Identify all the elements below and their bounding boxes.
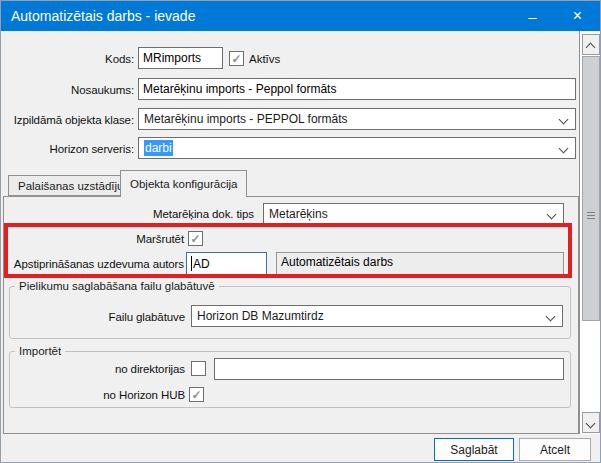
close-icon: × [573, 7, 582, 25]
scroll-down-button[interactable] [582, 412, 600, 433]
title-bar[interactable]: Automatizētais darbs - ievade – × [1, 1, 600, 31]
importet-group-title: Importēt [15, 345, 65, 357]
text-caret [191, 256, 192, 271]
no-horizon-hub-label: no Horizon HUB [21, 389, 185, 401]
nosaukums-label: Nosaukums: [1, 84, 134, 96]
horizon-serveris-label: Horizon serveris: [1, 143, 134, 155]
close-button[interactable]: × [555, 1, 600, 31]
autors-label: Apstiprināšanas uzdevuma autors [11, 258, 184, 270]
horizon-serveris-value: darbi [144, 140, 173, 156]
chevron-down-icon [586, 419, 596, 429]
chevron-up-icon [586, 43, 596, 53]
failu-glabatuve-label: Failu glabātuve [21, 311, 185, 323]
autors-name-value: Automatizētais darbs [281, 255, 393, 269]
tab-label: Palaišanas uzstādījumi [18, 180, 136, 192]
minimize-button[interactable]: – [510, 1, 555, 31]
tab-label: Objekta konfigurācija [130, 178, 237, 190]
autors-code-input[interactable] [186, 252, 267, 275]
no-direktorijas-label: no direktorijas [21, 363, 185, 375]
chevron-down-icon [559, 144, 569, 154]
cancel-button-label: Atcelt [540, 443, 570, 457]
check-icon: ✓ [191, 389, 201, 401]
dok-tips-value: Metarēķins [269, 207, 328, 221]
horizon-serveris-combobox[interactable]: darbi [138, 137, 576, 159]
vertical-scrollbar[interactable] [579, 31, 601, 434]
scrollbar-thumb[interactable] [582, 56, 600, 321]
objekta-klase-value: Metarēķinu imports - PEPPOL formāts [144, 112, 348, 126]
grip-icon [587, 215, 595, 216]
marsrutet-checkbox[interactable]: ✓ [188, 231, 203, 246]
dialog-window: Automatizētais darbs - ievade – × Kods: … [0, 0, 601, 463]
autors-name-field: Automatizētais darbs [276, 252, 564, 275]
marsrutet-label: Maršrutēt [21, 233, 184, 245]
objekta-klase-combobox[interactable]: Metarēķinu imports - PEPPOL formāts [138, 108, 576, 130]
minimize-icon: – [528, 8, 536, 25]
dok-tips-label: Metarēķina dok. tips [61, 208, 254, 220]
save-button-label: Saglabāt [450, 443, 497, 457]
kods-input[interactable] [138, 47, 223, 69]
no-direktorijas-input[interactable] [214, 358, 564, 380]
save-button[interactable]: Saglabāt [434, 438, 514, 461]
kods-label: Kods: [1, 53, 134, 65]
chevron-down-icon [547, 210, 557, 220]
aktivs-label: Aktīvs [249, 53, 280, 65]
pielikumi-group-title: Pielikumu saglabāšana failu glabātuvē [15, 280, 219, 292]
failu-glabatuve-combobox[interactable]: Horizon DB Mazumtirdz [191, 305, 563, 327]
scroll-up-button[interactable] [582, 34, 600, 55]
objekta-klase-label: Izpildāmā objekta klase: [1, 114, 134, 126]
check-icon: ✓ [190, 233, 200, 245]
failu-glabatuve-value: Horizon DB Mazumtirdz [197, 309, 324, 323]
window-title: Automatizētais darbs - ievade [11, 8, 195, 24]
chevron-down-icon [559, 115, 569, 125]
nosaukums-input[interactable] [138, 78, 576, 100]
cancel-button[interactable]: Atcelt [519, 438, 591, 461]
check-icon: ✓ [231, 53, 241, 65]
aktivs-checkbox[interactable]: ✓ [229, 51, 244, 66]
tab-objekta-konfiguracija[interactable]: Objekta konfigurācija [120, 170, 247, 197]
dok-tips-combobox[interactable]: Metarēķins [263, 203, 564, 225]
chevron-down-icon [546, 312, 556, 322]
no-horizon-hub-checkbox[interactable]: ✓ [189, 387, 204, 402]
no-direktorijas-checkbox[interactable] [191, 361, 206, 376]
